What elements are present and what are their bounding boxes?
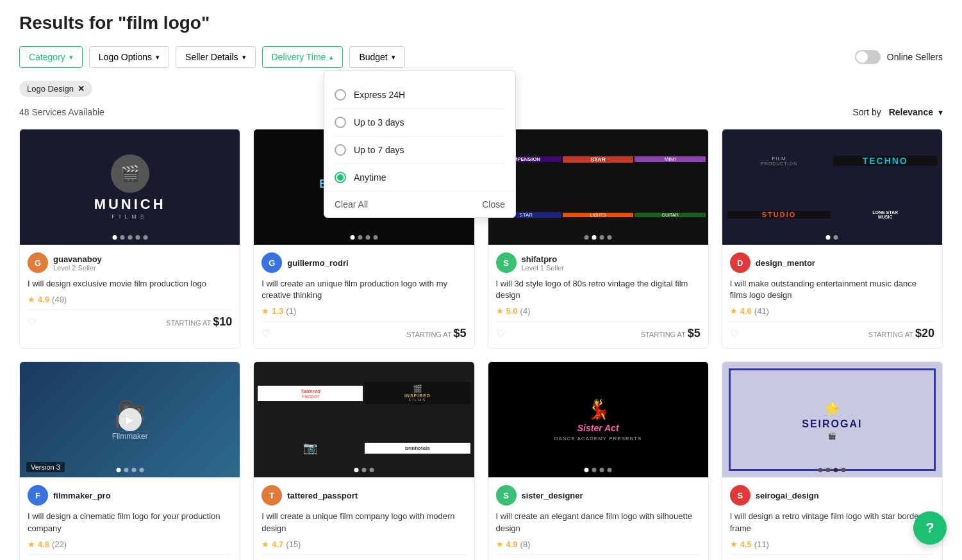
- anytime-label: Anytime: [354, 172, 386, 183]
- logo-design-chip: Logo Design ✕: [19, 81, 92, 97]
- dot: [592, 468, 597, 472]
- dropdown-footer: Clear All Close: [324, 191, 515, 217]
- radio-anytime[interactable]: [335, 172, 346, 183]
- service-card-6[interactable]: Tattered Passport 🎬 INSPIRED FILMS 📷: [253, 361, 474, 560]
- card-body-3: S shifatpro Level 1 Seller I will 3d sty…: [488, 245, 708, 348]
- delivery-time-chevron-icon: ▴: [329, 53, 333, 62]
- dropdown-scroll-area[interactable]: Express 24H Up to 3 days Up to 7 days An…: [324, 81, 515, 191]
- img-dots-3: [585, 235, 612, 240]
- seller-info-7: S sister_designer: [496, 485, 701, 506]
- sort-value: Relevance: [889, 107, 933, 117]
- seller-details-filter-btn[interactable]: Seller Details ▾: [176, 46, 255, 68]
- delivery-option-7days[interactable]: Up to 7 days: [335, 136, 505, 164]
- dot: [112, 235, 117, 240]
- card-body-4: D design_mentor I will make outstanding …: [722, 245, 942, 348]
- service-card-5[interactable]: 🎥 Filmmaker ▶ Version 3 F filmmaker_pro: [19, 361, 240, 560]
- price-wrap-2: STARTING AT $5: [406, 327, 466, 340]
- dot: [842, 468, 846, 472]
- delivery-time-filter-btn[interactable]: Delivery Time ▴: [262, 46, 344, 68]
- delivery-option-anytime[interactable]: Anytime: [335, 164, 505, 191]
- card-title-4: I will make outstanding entertainment mu…: [730, 278, 934, 301]
- dot: [128, 235, 132, 240]
- card-footer-2: ♡ STARTING AT $5: [261, 321, 466, 340]
- card-footer-5: ♡ STARTING AT $15: [28, 554, 232, 560]
- avatar-6: T: [261, 485, 282, 506]
- logo-options-chevron-icon: ▾: [156, 53, 160, 62]
- rating-5: ★ 4.8 (22): [28, 539, 232, 549]
- online-sellers-toggle[interactable]: [855, 50, 881, 64]
- dot: [124, 468, 128, 472]
- dot: [585, 235, 589, 240]
- card-title-1: I will design exclusive movie film produ…: [28, 278, 232, 290]
- dot: [120, 235, 124, 240]
- sort-label: Sort by: [852, 107, 881, 117]
- budget-filter-btn[interactable]: Budget ▾: [349, 46, 404, 68]
- dot: [143, 235, 147, 240]
- star-icon-5: ★: [28, 539, 35, 549]
- heart-icon-2[interactable]: ♡: [261, 327, 270, 340]
- card-body-6: T tattered_passport I will create a uniq…: [254, 477, 474, 560]
- service-card-4[interactable]: FILM PRODUCTION TECHNO STUDIO LONE STARM…: [722, 129, 943, 349]
- dot: [135, 235, 140, 240]
- radio-express[interactable]: [335, 89, 346, 101]
- service-card-1[interactable]: 🎬 MUNICH FILMS G guavanaboy: [19, 129, 240, 349]
- radio-3days[interactable]: [335, 117, 346, 128]
- play-button-5[interactable]: ▶: [119, 408, 142, 431]
- delivery-option-3days[interactable]: Up to 3 days: [335, 109, 505, 136]
- img-dots-5: [116, 468, 144, 472]
- card-image-1: 🎬 MUNICH FILMS: [20, 129, 240, 245]
- card-title-2: I will create an unique film production …: [261, 278, 466, 301]
- logo-options-filter-btn[interactable]: Logo Options ▾: [89, 46, 169, 68]
- card-title-3: I will 3d style logo of 80s retro vintag…: [496, 278, 701, 301]
- service-card-3[interactable]: IMPENSION STAR MIMI STAR LIGHTS GUITAR S: [488, 129, 709, 349]
- close-button[interactable]: Close: [482, 199, 505, 210]
- dot: [818, 468, 823, 472]
- heart-icon-1[interactable]: ♡: [28, 316, 37, 328]
- category-label: Category: [29, 52, 65, 62]
- rating-val-8: 4.5: [740, 539, 752, 549]
- radio-7days[interactable]: [335, 144, 346, 156]
- seller-name-6: tattered_passport: [287, 491, 358, 500]
- sort-by-control[interactable]: Sort by Relevance ▾: [852, 107, 943, 117]
- card-title-5: I will design a cinematic film logo for …: [28, 511, 232, 534]
- rating-val-3: 5.0: [506, 306, 518, 316]
- dot: [369, 468, 374, 472]
- online-sellers-wrap: Online Sellers: [855, 50, 943, 64]
- dot: [585, 468, 589, 472]
- heart-icon-4[interactable]: ♡: [730, 327, 739, 340]
- card-body-8: S seirogai_design I will design a retro …: [722, 477, 942, 560]
- avatar-7: S: [496, 485, 517, 506]
- img-dots-1: [112, 235, 147, 240]
- card-footer-3: ♡ STARTING AT $5: [496, 321, 701, 340]
- service-card-8[interactable]: ⭐ SEIROGAI 🎬 S seirogai_design: [722, 361, 943, 560]
- dot: [350, 235, 354, 240]
- rating-val-5: 4.8: [38, 539, 49, 549]
- seller-details-chevron-icon: ▾: [242, 53, 246, 62]
- price-4: $20: [915, 327, 934, 340]
- avatar-1: G: [28, 252, 48, 273]
- seller-info-2: G guillermo_rodri: [261, 252, 466, 273]
- seller-info-1: G guavanaboy Level 2 Seller: [28, 252, 232, 273]
- logo-options-label: Logo Options: [99, 52, 152, 62]
- online-sellers-label: Online Sellers: [887, 52, 943, 62]
- price-wrap-4: STARTING AT $20: [868, 327, 934, 340]
- delivery-time-dropdown: Express 24H Up to 3 days Up to 7 days An…: [324, 70, 516, 218]
- rating-count-5: (22): [52, 539, 67, 549]
- dot: [131, 468, 136, 472]
- clear-all-button[interactable]: Clear All: [335, 199, 368, 210]
- category-chevron-icon: ▾: [69, 53, 73, 62]
- results-count: 48 Services Available: [19, 107, 104, 117]
- main-page: Results for "film logo" Category ▾ Logo …: [0, 0, 962, 560]
- category-filter-btn[interactable]: Category ▾: [19, 46, 83, 68]
- rating-6: ★ 4.7 (15): [261, 539, 466, 549]
- card-title-6: I will create a unique film company logo…: [261, 511, 466, 534]
- help-fab[interactable]: ?: [913, 511, 947, 545]
- delivery-option-express[interactable]: Express 24H: [335, 81, 505, 109]
- star-icon-8: ★: [730, 539, 738, 549]
- dot: [116, 468, 120, 472]
- heart-icon-3[interactable]: ♡: [496, 327, 505, 340]
- remove-chip-icon[interactable]: ✕: [78, 84, 85, 94]
- service-card-7[interactable]: 💃 Sister Act DANCE ACADEMY PRESENTS S si…: [488, 361, 709, 560]
- price-wrap-3: STARTING AT $5: [641, 327, 701, 340]
- seller-level-3: Level 1 Seller: [522, 264, 565, 272]
